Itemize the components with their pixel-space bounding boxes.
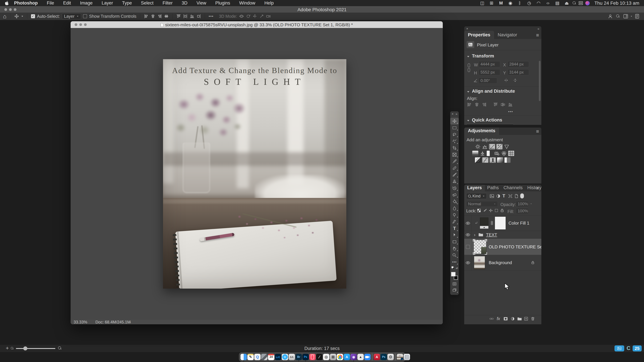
search-icon[interactable] (616, 14, 620, 18)
dock-inkscape[interactable]: ▲ (358, 354, 364, 360)
frame-tool[interactable] (450, 151, 459, 158)
prop-align-bottom-icon[interactable] (508, 102, 513, 107)
eraser-tool[interactable] (450, 192, 459, 198)
default-colors-icon[interactable]: ⇄ (450, 265, 459, 271)
gradient-map-icon[interactable] (497, 157, 503, 163)
screen-mode-button[interactable] (450, 287, 459, 294)
align-middle-icon[interactable] (164, 14, 169, 18)
lock-transparent-icon[interactable] (477, 209, 481, 213)
menu-3d[interactable]: 3D (177, 0, 192, 6)
threshold-icon[interactable] (490, 157, 496, 163)
align-top-icon[interactable] (176, 14, 181, 18)
x-field[interactable]: 2844 px (508, 61, 529, 67)
lasso-tool[interactable] (450, 131, 459, 138)
dock-notes[interactable]: ✎ (247, 354, 254, 360)
zoom-tool[interactable] (450, 252, 459, 259)
quick-mask-button[interactable] (450, 281, 459, 287)
properties-scrollbar[interactable] (539, 61, 540, 101)
layer-name[interactable]: OLD PHOTO TEXTURE Set 1 (489, 244, 541, 250)
black-white-icon[interactable] (487, 151, 493, 156)
dock-font-book[interactable]: AA (289, 354, 295, 360)
menu-type[interactable]: Type (118, 0, 136, 6)
prop-align-middle-icon[interactable] (500, 102, 506, 107)
h-field[interactable]: 5552 px (479, 69, 500, 75)
layer-row-text-group[interactable]: › TEXT (464, 231, 541, 239)
visibility-eye-icon[interactable] (466, 222, 470, 225)
input-menu-icon[interactable]: ▤ (554, 0, 561, 6)
type-tool[interactable]: T (450, 225, 459, 232)
dev-tools-icon[interactable]: ‹› (544, 0, 552, 6)
foreground-background-colors[interactable] (450, 271, 459, 281)
move-tool[interactable] (450, 118, 459, 124)
auto-select-dropdown[interactable]: Layer (62, 13, 81, 19)
dock-affinity-photo[interactable]: ∕ (316, 354, 322, 360)
filter-toggle-switch[interactable] (520, 193, 524, 198)
layer-name[interactable]: Color Fill 1 (508, 221, 529, 226)
fill-layer-thumbnail[interactable] (480, 218, 488, 226)
auto-select-checkbox[interactable]: ✓ (31, 14, 35, 18)
wifi-icon[interactable]: ◠ (535, 0, 542, 6)
dock-calendar[interactable]: 24 (268, 354, 274, 360)
home-icon[interactable]: ⌂ (3, 13, 6, 19)
visibility-eye-icon[interactable] (466, 233, 470, 236)
hand-tool[interactable] (450, 245, 459, 252)
lock-pixels-icon[interactable] (483, 209, 487, 213)
flip-horizontal-icon[interactable] (504, 78, 508, 83)
rectangle-tool[interactable] (450, 239, 459, 245)
brush-tool[interactable] (450, 171, 459, 178)
layer-row-color-fill[interactable]: Color Fill 1 (464, 216, 541, 231)
accessibility-icon[interactable]: ◉ (507, 0, 514, 6)
lock-all-icon[interactable] (500, 209, 504, 213)
color-lookup-icon[interactable] (508, 151, 514, 156)
object-selection-tool[interactable] (450, 138, 459, 145)
layer-row-background[interactable]: Background (464, 255, 541, 271)
dock-zoom[interactable] (364, 354, 371, 360)
dock-recent-document[interactable]: Ps (397, 354, 403, 360)
menu-layer[interactable]: Layer (97, 0, 118, 6)
dock-safari[interactable]: ✦ (282, 354, 288, 360)
tools-close-icon[interactable]: × (452, 112, 454, 116)
dock-app-store[interactable]: A (344, 354, 350, 360)
menu-view[interactable]: View (192, 0, 211, 6)
new-group-icon[interactable] (517, 317, 522, 321)
dock-camera-app[interactable]: ◎ (323, 354, 330, 360)
bluetooth-icon[interactable]: ᛒ (516, 0, 523, 6)
mcafee-icon[interactable]: M (498, 0, 504, 6)
eyedropper-tool[interactable] (450, 158, 459, 165)
status-zoom-level[interactable]: 33.33% (74, 320, 87, 324)
siri-icon[interactable] (585, 1, 590, 5)
menu-file[interactable]: File (42, 0, 59, 6)
menu-image[interactable]: Image (76, 0, 97, 6)
foreground-color-swatch[interactable] (451, 272, 456, 276)
levels-icon[interactable] (482, 144, 488, 149)
menu-help[interactable]: Help (260, 0, 278, 6)
menu-window[interactable]: Window (234, 0, 260, 6)
marquee-tool[interactable] (450, 124, 459, 131)
dock-lightroom-classic[interactable]: LrC (275, 354, 281, 360)
opacity-field[interactable]: 100% (516, 201, 528, 207)
lock-position-icon[interactable] (489, 209, 493, 213)
dock-media-app[interactable]: ◉ (350, 354, 357, 360)
layer-row-old-photo-texture[interactable]: OLD PHOTO TEXTURE Set 1 (464, 239, 541, 255)
menu-clock[interactable]: Thu 24 Feb 10:13 am (594, 0, 639, 6)
dock-photoshop[interactable]: Ps (302, 354, 309, 360)
mask-link-icon[interactable] (490, 221, 494, 225)
add-mask-icon[interactable] (504, 317, 508, 321)
tab-adjustments[interactable]: Adjustments (464, 128, 499, 135)
display-icon[interactable]: ◫ (479, 0, 486, 6)
prop-align-left-icon[interactable] (467, 102, 472, 107)
menu-edit[interactable]: Edit (59, 0, 76, 6)
share-icon[interactable] (608, 14, 613, 19)
properties-collapse-icon[interactable]: « (538, 27, 539, 31)
tab-layers[interactable]: Layers (464, 185, 485, 191)
sidecar-icon[interactable]: ⊞ (488, 0, 495, 6)
tools-grip[interactable]: ······ (450, 116, 459, 118)
blur-tool[interactable] (450, 205, 459, 212)
dock-chrome[interactable] (337, 354, 343, 360)
dock-quicktime[interactable]: Q (254, 354, 260, 360)
dock-acrobat[interactable]: A (374, 354, 380, 360)
properties-menu-icon[interactable]: ≡ (536, 32, 539, 38)
time-machine-icon[interactable]: ◷ (526, 0, 533, 6)
texture-layer-thumbnail[interactable] (474, 240, 486, 254)
tab-channels[interactable]: Channels (501, 185, 525, 191)
